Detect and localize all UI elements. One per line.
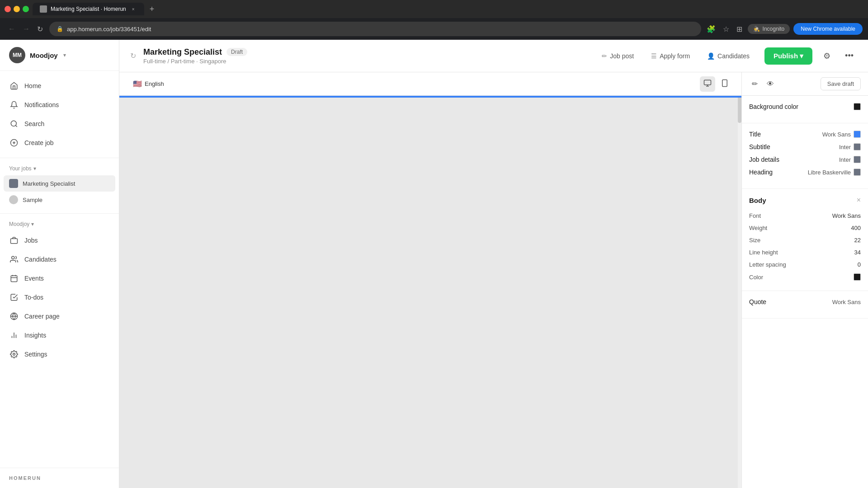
language-label: English [145,80,164,87]
job-post-icon: ✏ [602,52,607,60]
moodjoy-label: Moodjoy ▾ [0,219,119,231]
sidebar-item-todos[interactable]: To-dos [0,288,119,307]
canvas-selection-border [119,96,741,98]
sidebar-item-notifications[interactable]: Notifications [0,95,119,114]
chevron-down-icon[interactable]: ▾ [63,52,66,58]
view-btn[interactable]: ⊞ [735,23,744,35]
body-section-close-btn[interactable]: × [857,196,861,204]
tab-close-btn[interactable]: × [130,5,137,13]
publish-btn[interactable]: Publish ▾ [764,47,812,65]
chevron-icon-moodjoy: ▾ [31,221,34,227]
job-details-color-swatch[interactable] [854,156,861,163]
sidebar-item-create-job-label: Create job [24,139,54,146]
line-height-row: Line height 34 [749,246,861,258]
candidates-tab-icon: 👤 [707,52,715,60]
tab-apply-form[interactable]: ☰ Apply form [643,48,698,64]
flag-icon: 🇺🇸 [133,80,142,88]
quote-typography-row: Quote Work Sans [749,298,861,305]
career-page-icon [9,311,19,321]
font-value: Work Sans [832,212,861,219]
tab-label: Marketing Specialist · Homerun [51,6,126,12]
language-selector[interactable]: 🇺🇸 English [128,77,169,91]
panel-preview-btn[interactable]: 👁 [764,77,777,91]
heading-font-value: Libre Baskerville [808,169,861,176]
window-max-btn[interactable] [23,6,29,12]
candidates-icon [9,254,19,264]
sidebar-job-marketing-specialist[interactable]: Marketing Specialist [4,175,115,192]
tab-job-post-label: Job post [610,52,634,60]
job-meta: Full-time / Part-time · Singapore [143,58,247,65]
search-icon [9,119,19,129]
sidebar-item-notifications-label: Notifications [24,101,59,108]
svg-point-0 [11,121,16,126]
sidebar-item-home-label: Home [24,82,41,89]
job-title-area: Marketing Specialist Draft Full-time / P… [143,47,247,65]
more-options-btn[interactable]: ••• [841,47,857,64]
sidebar-item-create-job[interactable]: Create job [0,133,119,152]
svg-point-16 [13,353,15,356]
jobs-icon [9,235,19,245]
svg-point-6 [12,256,14,259]
body-section-header: Body × [749,196,861,204]
sidebar-item-jobs[interactable]: Jobs [0,231,119,250]
heading-color-swatch[interactable] [854,169,861,176]
tab-apply-form-label: Apply form [660,52,690,60]
new-tab-btn[interactable]: + [146,3,158,16]
settings-icon [9,349,19,359]
refresh-btn[interactable]: ↻ [34,23,46,35]
panel-background-color-section: Background color [742,96,868,123]
sidebar-job-sample[interactable]: Sample [0,192,119,208]
sidebar-item-insights[interactable]: Insights [0,326,119,345]
color-swatch[interactable] [854,273,861,281]
extensions-btn[interactable]: 🧩 [705,23,717,35]
forward-btn[interactable]: → [20,23,33,35]
apply-form-icon: ☰ [651,52,657,60]
title-color-swatch[interactable] [854,131,861,138]
back-btn[interactable]: ← [5,23,18,35]
events-icon [9,273,19,283]
address-text: app.homerun.co/job/336451/edit [67,26,151,33]
line-height-label: Line height [749,249,778,256]
mobile-view-btn[interactable] [717,76,732,92]
subtitle-color-swatch[interactable] [854,143,861,150]
plus-circle-icon [9,138,19,148]
subtitle-font-value: Inter [839,143,861,150]
window-min-btn[interactable] [14,6,20,12]
tab-bar: Marketing Specialist · Homerun × + [33,3,863,16]
sidebar-item-home[interactable]: Home [0,76,119,95]
background-color-swatch[interactable] [854,103,861,110]
save-draft-btn[interactable]: Save draft [821,77,861,90]
incognito-icon: 🕵 [753,26,760,32]
panel-body-section: Body × Font Work Sans Weight 400 Size 22 [742,189,868,291]
sidebar-item-search[interactable]: Search [0,114,119,133]
tab-candidates[interactable]: 👤 Candidates [699,48,757,64]
sidebar: MM Moodjoy ▾ Home Notifications [0,40,119,488]
weight-value: 400 [851,225,861,231]
sidebar-item-candidates[interactable]: Candidates [0,250,119,269]
chevron-icon: ▾ [33,165,36,172]
desktop-view-btn[interactable] [700,76,715,92]
title-font-value: Work Sans [822,131,861,138]
nav-arrows: ← → ↻ [5,23,46,35]
settings-label: Settings [24,351,47,358]
candidates-label: Candidates [24,256,57,263]
bookmark-btn[interactable]: ☆ [721,23,731,35]
sidebar-item-settings[interactable]: Settings [0,345,119,364]
tab-job-post[interactable]: ✏ Job post [594,48,642,64]
color-label: Color [749,274,763,281]
panel-edit-btn[interactable]: ✏ [749,77,760,91]
sidebar-item-career-page[interactable]: Career page [0,307,119,326]
your-jobs-section: Your jobs ▾ Marketing Specialist Sample [0,158,119,214]
sidebar-item-events[interactable]: Events [0,269,119,288]
chrome-update-btn[interactable]: New Chrome available [793,23,863,35]
canvas-toolbar: 🇺🇸 English [119,72,741,96]
view-toggle [700,76,732,92]
settings-gear-btn[interactable]: ⚙ [820,47,834,65]
address-bar[interactable]: 🔒 app.homerun.co/job/336451/edit [49,22,701,36]
window-close-btn[interactable] [5,6,11,12]
active-tab[interactable]: Marketing Specialist · Homerun × [33,3,144,15]
job-label-sample: Sample [23,197,42,203]
letter-spacing-row: Letter spacing 0 [749,258,861,271]
scrollbar-thumb[interactable] [738,96,741,123]
tab-candidates-label: Candidates [717,52,750,60]
